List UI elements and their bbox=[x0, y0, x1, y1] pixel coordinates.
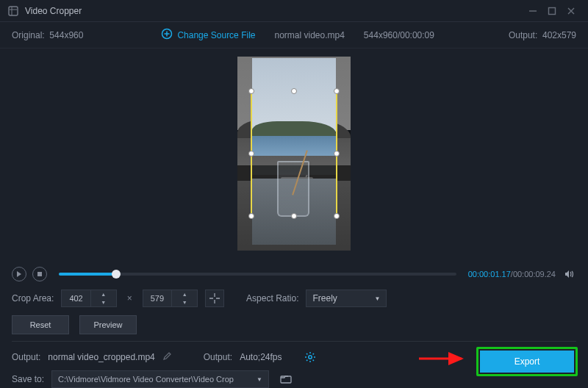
crop-handle-se[interactable] bbox=[334, 213, 340, 219]
video-frame[interactable] bbox=[237, 57, 351, 251]
output-file-label: Output: bbox=[12, 352, 40, 362]
gear-icon[interactable] bbox=[304, 351, 316, 363]
crop-handle-e[interactable] bbox=[334, 151, 340, 157]
chevron-down-icon: ▼ bbox=[257, 376, 262, 383]
height-down[interactable]: ▼ bbox=[179, 298, 190, 306]
chevron-down-icon: ▼ bbox=[375, 295, 381, 302]
svg-rect-6 bbox=[281, 376, 291, 383]
crop-handle-nw[interactable] bbox=[248, 88, 254, 94]
crop-handle-s[interactable] bbox=[291, 213, 297, 219]
crop-width-input[interactable]: 402▲▼ bbox=[61, 290, 116, 307]
svg-point-5 bbox=[308, 356, 311, 359]
svg-rect-2 bbox=[549, 7, 556, 14]
reset-button[interactable]: Reset bbox=[12, 315, 69, 334]
preview-area bbox=[0, 48, 588, 259]
stop-button[interactable] bbox=[32, 267, 47, 281]
aspect-ratio-label: Aspect Ratio: bbox=[246, 293, 298, 303]
save-to-label: Save to: bbox=[12, 374, 44, 384]
aspect-ratio-select[interactable]: Freely▼ bbox=[306, 290, 387, 307]
output-settings-value: Auto;24fps bbox=[240, 352, 282, 362]
height-up[interactable]: ▲ bbox=[179, 290, 190, 298]
time-display: 00:00:01.17/00:00:09.24 bbox=[468, 270, 556, 279]
infobar: Original: 544x960 Change Source File nor… bbox=[0, 22, 588, 48]
export-highlight: Export bbox=[476, 347, 578, 376]
source-dim-time: 544x960/00:00:09 bbox=[364, 30, 434, 40]
export-button[interactable]: Export bbox=[480, 351, 574, 373]
width-down[interactable]: ▼ bbox=[98, 298, 109, 306]
plus-circle-icon bbox=[161, 28, 173, 42]
change-source-button[interactable]: Change Source File bbox=[161, 28, 255, 42]
svg-rect-4 bbox=[37, 272, 42, 276]
seek-slider[interactable] bbox=[59, 273, 456, 276]
output-dim-label: Output: 402x579 bbox=[509, 30, 576, 40]
crop-handle-ne[interactable] bbox=[334, 88, 340, 94]
annotation-arrow bbox=[417, 351, 469, 369]
crop-rectangle[interactable] bbox=[251, 90, 337, 217]
crop-handle-sw[interactable] bbox=[248, 213, 254, 219]
width-up[interactable]: ▲ bbox=[98, 290, 109, 298]
edit-filename-icon[interactable] bbox=[162, 352, 171, 363]
center-crop-button[interactable] bbox=[205, 290, 224, 307]
preview-button[interactable]: Preview bbox=[79, 315, 137, 334]
crop-handle-n[interactable] bbox=[291, 88, 297, 94]
crop-handle-w[interactable] bbox=[248, 151, 254, 157]
output-settings-label: Output: bbox=[204, 352, 232, 362]
change-source-label: Change Source File bbox=[177, 30, 255, 40]
open-folder-button[interactable] bbox=[276, 370, 295, 388]
output-filename: normal video_cropped.mp4 bbox=[48, 352, 154, 362]
titlebar: Video Cropper bbox=[0, 0, 588, 22]
minimize-button[interactable] bbox=[523, 3, 542, 19]
original-label: Original: 544x960 bbox=[12, 30, 83, 40]
crop-area-label: Crop Area: bbox=[12, 293, 54, 303]
svg-rect-0 bbox=[9, 7, 18, 15]
multiply-icon: × bbox=[124, 293, 135, 303]
play-button[interactable] bbox=[12, 267, 26, 281]
close-button[interactable] bbox=[562, 3, 581, 19]
app-title: Video Cropper bbox=[25, 6, 82, 16]
source-filename: normal video.mp4 bbox=[274, 30, 344, 40]
seek-thumb[interactable] bbox=[112, 270, 121, 279]
save-path-select[interactable]: C:\Vidmore\Vidmore Video Converter\Video… bbox=[51, 370, 269, 388]
crop-height-input[interactable]: 579▲▼ bbox=[143, 290, 198, 307]
volume-icon[interactable] bbox=[562, 269, 576, 279]
maximize-button[interactable] bbox=[542, 3, 562, 19]
app-icon bbox=[7, 5, 19, 17]
